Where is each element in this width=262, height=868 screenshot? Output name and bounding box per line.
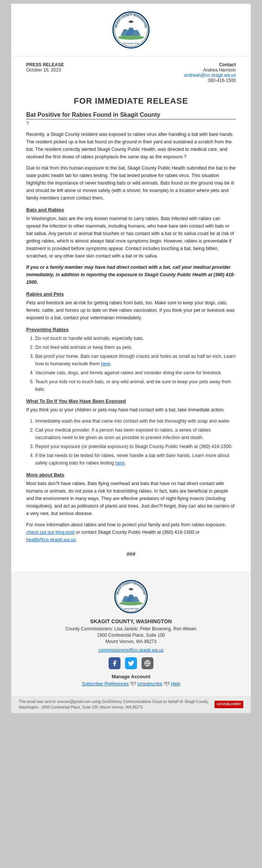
section-rabies-pets-body: Pets and livestock are at-risk for getti… <box>26 299 236 322</box>
section-bats-rabies-callout: If you or a family member may have had d… <box>26 264 236 286</box>
social-icons-row <box>15 657 247 669</box>
website-icon[interactable] <box>141 657 153 669</box>
svg-point-14 <box>119 601 143 606</box>
list-item: If the bat needs to be tested for rabies… <box>35 452 236 467</box>
section-preventing-heading: Preventing Rabies <box>26 327 236 332</box>
section-exposed-intro: If you think you or your children or pet… <box>26 406 236 414</box>
press-release-header: PRESS RELEASE October 16, 2023 Contact A… <box>11 57 251 89</box>
section-more-bats-heading: More about Bats <box>26 472 236 478</box>
bottom-bar: This email was sent to xxxxxxx@gmail.com… <box>11 696 251 713</box>
footer-section: SKAGIT COUNTY WASHINGTON Serving With Pr… <box>11 572 251 696</box>
contact-label: Contact <box>184 62 236 67</box>
rabies-testing-link[interactable]: here <box>115 460 125 466</box>
body-paragraph-2: Due to risk from this human exposure to … <box>26 164 236 202</box>
list-item: Immediately wash the area that came into… <box>35 417 236 425</box>
preventing-list: Do not touch or handle wild animals, esp… <box>35 335 236 393</box>
footer-logo: SKAGIT COUNTY WASHINGTON Serving With Pr… <box>15 580 247 615</box>
press-release-right: Contact Andrea Harrison andreah@co.skagi… <box>184 62 236 83</box>
list-item: Report your exposure (or potential expos… <box>35 443 236 450</box>
footer-county-name: SKAGIT COUNTY, WASHINGTON <box>15 618 247 624</box>
commissioners-email-link[interactable]: commissioners@co.skagit.wa.us <box>98 648 164 653</box>
article-title: Bat Positive for Rabies Found in Skagit … <box>26 112 236 119</box>
blog-post-link[interactable]: check out our blog post <box>26 530 74 535</box>
svg-point-2 <box>118 35 144 40</box>
footer-county-seal: SKAGIT COUNTY WASHINGTON Serving With Pr… <box>114 580 148 613</box>
help-link[interactable]: Help <box>171 681 180 686</box>
govdelivery-logo: GOVDELIVERY <box>214 701 243 708</box>
exposed-list: Immediately wash the area that came into… <box>35 417 236 467</box>
footer-commissioners: County Commissioners: Lisa Janicki, Pete… <box>15 626 247 631</box>
facebook-icon[interactable] <box>109 657 121 669</box>
list-item: Bat-proof your home. Bats can squeeze th… <box>35 353 236 368</box>
county-seal-logo: SKAGIT COUNTY WASHINGTON Serving With Pr… <box>112 11 150 49</box>
unsubscribe-link[interactable]: Unsubscribe <box>137 681 162 686</box>
article-subtitle: ? <box>26 121 236 126</box>
contact-email[interactable]: andreah@co.skagit.wa.us <box>184 73 236 78</box>
section-bats-rabies-heading: Bats and Rabies <box>26 207 236 213</box>
contact-name: Andrea Harrison <box>184 67 236 73</box>
footer-address-line1: 1800 Continental Place, Suite 100 <box>15 633 247 638</box>
press-release-left: PRESS RELEASE October 16, 2023 <box>26 62 64 73</box>
list-item: Teach your kids not to touch bats, or an… <box>35 378 236 393</box>
footer-email[interactable]: commissioners@co.skagit.wa.us <box>15 647 247 653</box>
manage-account-label: Manage Account <box>15 674 247 679</box>
body-paragraph-1: Recently, a Skagit County resident was e… <box>26 131 236 161</box>
for-immediate-release: FOR IMMEDIATE RELEASE <box>26 96 236 106</box>
list-item: Do not feed wild animals or keep them as… <box>35 344 236 351</box>
exclude-link[interactable]: here <box>101 361 110 366</box>
separator-2: ?|? <box>164 681 171 686</box>
list-item: Vaccinate cats, dogs, and ferrets agains… <box>35 369 236 377</box>
subscriber-preferences-link[interactable]: Subscriber Preferences <box>82 681 128 686</box>
hash-mark: ### <box>26 551 236 557</box>
contact-phone: 360-416-1500 <box>184 78 236 83</box>
logo-subtitle: Serving With Pride <box>123 42 139 45</box>
section-exposed-heading: What To Do If You May Have Been Exposed <box>26 398 236 404</box>
section-more-bats-p1: Most bats don?t have rabies. Bats flying… <box>26 480 236 517</box>
main-content: FOR IMMEDIATE RELEASE Bat Positive for R… <box>11 89 251 572</box>
section-rabies-pets-heading: Rabies and Pets <box>26 291 236 297</box>
list-item: Call your medical provider. If a person … <box>35 426 236 441</box>
bottom-bar-text: This email was sent to xxxxxxx@gmail.com… <box>19 699 211 710</box>
press-release-label: PRESS RELEASE <box>26 62 64 67</box>
list-item: Do not touch or handle wild animals, esp… <box>35 335 236 342</box>
press-release-date: October 16, 2023 <box>26 67 64 73</box>
section-bats-rabies-body: In Washington, bats are the only known m… <box>26 215 236 260</box>
footer-links-row: Subscriber Preferences ?|? Unsubscribe ?… <box>15 681 247 686</box>
header-section: SKAGIT COUNTY WASHINGTON Serving With Pr… <box>11 4 251 57</box>
twitter-icon[interactable] <box>125 657 137 669</box>
health-email-link[interactable]: health@co.skagit.wa.us <box>26 537 76 542</box>
svg-text:Serving With Pride: Serving With Pride <box>124 608 138 610</box>
govdelivery-badge: GOVDELIVERY <box>214 701 243 708</box>
section-more-bats-p2: For more information about rabies and ho… <box>26 521 236 543</box>
footer-address-line2: Mount Vernon, WA 98273 <box>15 639 247 644</box>
separator-1: ?|? <box>130 681 137 686</box>
